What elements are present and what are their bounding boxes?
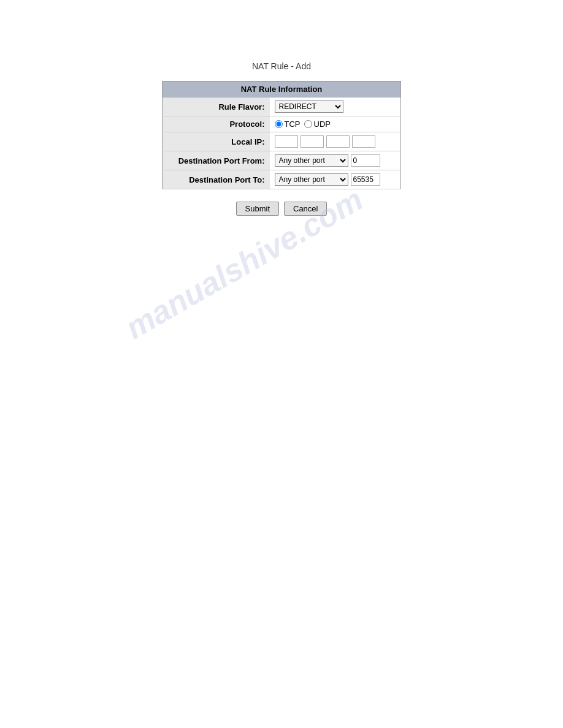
- dest-port-to-row: Destination Port To: Any other port HTTP…: [163, 170, 401, 189]
- local-ip-octet-3[interactable]: [326, 135, 350, 148]
- rule-flavor-row: Rule Flavor: REDIRECT DNAT MASQUERADE SN…: [163, 97, 401, 116]
- tcp-radio[interactable]: [275, 120, 283, 128]
- rule-flavor-value-cell: REDIRECT DNAT MASQUERADE SNAT: [270, 97, 401, 116]
- table-header: NAT Rule Information: [163, 82, 401, 97]
- dest-port-from-input[interactable]: [351, 154, 380, 167]
- dest-port-to-label: Destination Port To:: [163, 170, 270, 189]
- protocol-label: Protocol:: [163, 116, 270, 132]
- rule-flavor-label: Rule Flavor:: [163, 97, 270, 116]
- dest-port-to-select[interactable]: Any other port HTTP (80) HTTPS (443) FTP…: [275, 173, 348, 186]
- local-ip-label: Local IP:: [163, 132, 270, 151]
- tcp-label-text: TCP: [285, 119, 301, 129]
- dest-port-from-group: Any other port HTTP (80) HTTPS (443) FTP…: [275, 154, 396, 167]
- dest-port-to-group: Any other port HTTP (80) HTTPS (443) FTP…: [275, 173, 396, 186]
- dest-port-from-value-cell: Any other port HTTP (80) HTTPS (443) FTP…: [270, 151, 401, 170]
- local-ip-octet-2[interactable]: [301, 135, 324, 148]
- submit-button[interactable]: Submit: [236, 202, 279, 216]
- rule-flavor-select[interactable]: REDIRECT DNAT MASQUERADE SNAT: [275, 100, 343, 113]
- protocol-value-cell: TCP UDP: [270, 116, 401, 132]
- local-ip-value-cell: [270, 132, 401, 151]
- page-title: NAT Rule - Add: [252, 61, 311, 71]
- protocol-radio-group: TCP UDP: [275, 119, 396, 129]
- local-ip-group: [275, 135, 396, 148]
- cancel-button[interactable]: Cancel: [284, 202, 327, 216]
- nat-rule-table: NAT Rule Information Rule Flavor: REDIRE…: [162, 81, 401, 189]
- udp-radio-label[interactable]: UDP: [304, 119, 331, 129]
- protocol-row: Protocol: TCP UDP: [163, 116, 401, 132]
- dest-port-from-label: Destination Port From:: [163, 151, 270, 170]
- button-row: Submit Cancel: [162, 202, 401, 216]
- local-ip-octet-1[interactable]: [275, 135, 298, 148]
- dest-port-from-row: Destination Port From: Any other port HT…: [163, 151, 401, 170]
- udp-label-text: UDP: [314, 119, 331, 129]
- dest-port-to-input[interactable]: [351, 173, 380, 186]
- local-ip-octet-4[interactable]: [352, 135, 375, 148]
- local-ip-row: Local IP:: [163, 132, 401, 151]
- udp-radio[interactable]: [304, 120, 312, 128]
- tcp-radio-label[interactable]: TCP: [275, 119, 301, 129]
- dest-port-from-select[interactable]: Any other port HTTP (80) HTTPS (443) FTP…: [275, 154, 348, 167]
- dest-port-to-value-cell: Any other port HTTP (80) HTTPS (443) FTP…: [270, 170, 401, 189]
